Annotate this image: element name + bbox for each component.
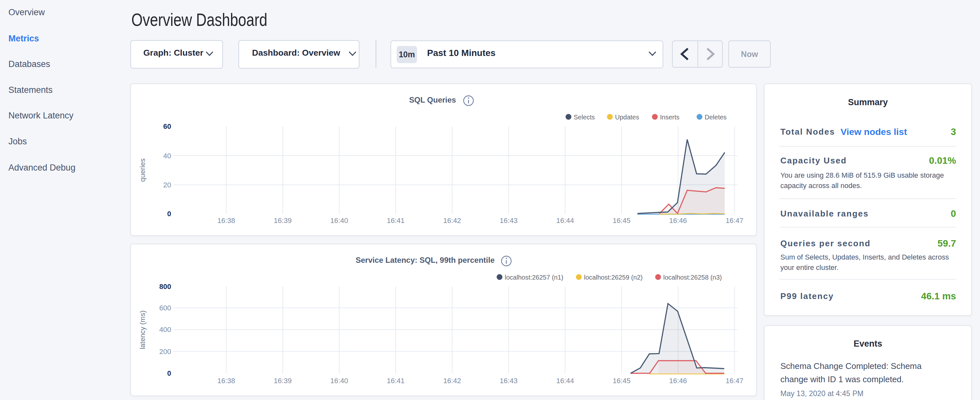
svg-text:16:39: 16:39 — [274, 377, 291, 385]
svg-text:16:40: 16:40 — [330, 217, 348, 225]
svg-text:16:43: 16:43 — [500, 217, 518, 225]
svg-text:16:42: 16:42 — [443, 377, 461, 385]
svg-text:600: 600 — [159, 304, 171, 312]
svg-text:16:44: 16:44 — [556, 217, 574, 225]
svg-text:Service Latency: SQL, 99th per: Service Latency: SQL, 99th percentile — [356, 256, 495, 265]
svg-text:16:38: 16:38 — [217, 377, 235, 385]
svg-text:SQL Queries: SQL Queries — [409, 96, 456, 104]
svg-text:40: 40 — [163, 152, 171, 160]
svg-text:0: 0 — [167, 210, 171, 218]
svg-text:16:44: 16:44 — [556, 377, 574, 385]
svg-text:16:47: 16:47 — [726, 217, 743, 225]
svg-text:16:38: 16:38 — [217, 217, 235, 225]
svg-text:Selects: Selects — [574, 113, 595, 121]
svg-text:16:42: 16:42 — [443, 217, 461, 225]
svg-text:0: 0 — [167, 369, 171, 377]
svg-text:16:41: 16:41 — [387, 377, 404, 385]
svg-text:200: 200 — [159, 347, 171, 356]
svg-text:20: 20 — [163, 181, 171, 189]
svg-text:localhost:26259 (n2): localhost:26259 (n2) — [584, 274, 643, 281]
svg-text:16:40: 16:40 — [330, 377, 348, 385]
svg-text:400: 400 — [159, 325, 171, 334]
svg-text:800: 800 — [159, 282, 171, 291]
svg-text:16:45: 16:45 — [613, 377, 631, 385]
svg-text:16:46: 16:46 — [669, 217, 687, 225]
svg-text:16:41: 16:41 — [387, 217, 404, 225]
svg-text:queries: queries — [138, 159, 146, 182]
svg-text:Deletes: Deletes — [705, 113, 727, 121]
svg-text:60: 60 — [163, 122, 171, 131]
svg-text:16:46: 16:46 — [669, 377, 687, 385]
svg-text:16:47: 16:47 — [726, 377, 743, 385]
svg-text:Inserts: Inserts — [660, 113, 679, 121]
svg-text:localhost:26257 (n1): localhost:26257 (n1) — [505, 274, 563, 281]
svg-text:Updates: Updates — [615, 113, 639, 121]
svg-text:16:45: 16:45 — [613, 217, 631, 225]
svg-text:latency (ms): latency (ms) — [138, 310, 146, 349]
svg-text:16:39: 16:39 — [274, 217, 291, 225]
svg-text:localhost:26258 (n3): localhost:26258 (n3) — [663, 274, 722, 281]
svg-text:16:43: 16:43 — [500, 377, 518, 385]
